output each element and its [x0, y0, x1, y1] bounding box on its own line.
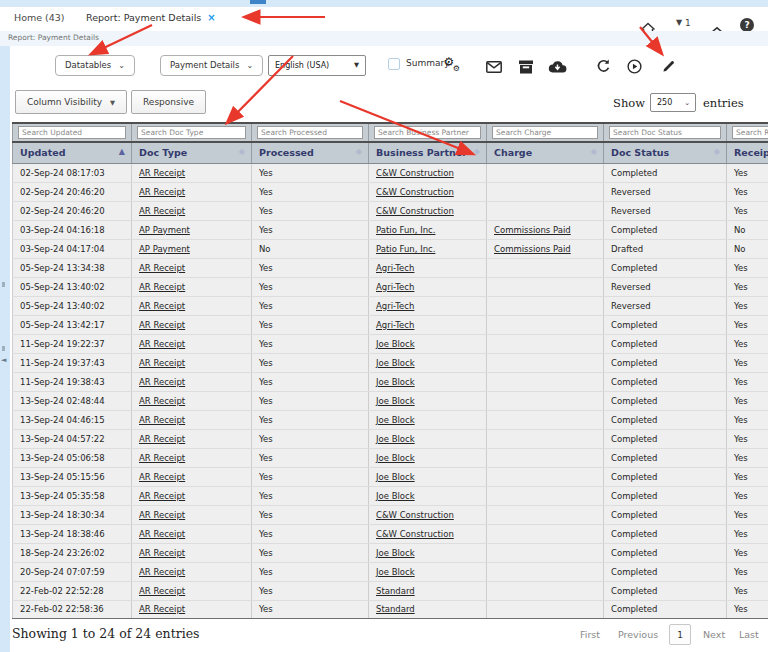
tab-home[interactable]: Home (43) — [14, 7, 65, 29]
cell-doc-type: AP Payment — [132, 239, 252, 258]
responsive-button[interactable]: Responsive — [131, 90, 206, 114]
cell-link-doc-type[interactable]: AR Receipt — [139, 529, 185, 539]
cell-link-business-partner[interactable]: Joe Block — [376, 567, 415, 577]
column-search-input-receipt[interactable] — [732, 126, 768, 139]
cell-link-doc-type[interactable]: AR Receipt — [139, 263, 185, 273]
cell-link-doc-type[interactable]: AR Receipt — [139, 301, 185, 311]
cell-link-business-partner[interactable]: Patio Fun, Inc. — [376, 225, 435, 235]
column-header-receipt[interactable]: Receipt◆ — [727, 142, 768, 163]
cell-receipt: Yes — [727, 182, 768, 201]
cell-link-doc-type[interactable]: AR Receipt — [139, 358, 185, 368]
column-header-updated[interactable]: Updated▲ — [13, 142, 132, 163]
panel-collapse-icon[interactable]: ◄ — [1, 356, 6, 364]
cell-link-doc-type[interactable]: AR Receipt — [139, 206, 185, 216]
run-icon[interactable] — [625, 56, 643, 72]
cell-link-doc-type[interactable]: AP Payment — [139, 225, 190, 235]
cell-link-charge[interactable]: Commissions Paid — [494, 244, 571, 254]
cell-link-doc-type[interactable]: AR Receipt — [139, 187, 185, 197]
pagination-page-1[interactable]: 1 — [669, 624, 691, 645]
cell-link-business-partner[interactable]: Standard — [376, 604, 415, 614]
pagination-first[interactable]: First — [580, 629, 600, 640]
cell-link-business-partner[interactable]: Joe Block — [376, 377, 415, 387]
tab-close-icon[interactable]: × — [207, 12, 215, 23]
column-label: Business Partner — [376, 147, 467, 158]
cell-link-doc-type[interactable]: AR Receipt — [139, 586, 185, 596]
cell-link-business-partner[interactable]: Joe Block — [376, 472, 415, 482]
cell-link-business-partner[interactable]: C&W Construction — [376, 168, 454, 178]
cell-link-doc-type[interactable]: AR Receipt — [139, 168, 185, 178]
page-length-select[interactable]: 250⌄ — [650, 93, 696, 112]
language-select[interactable]: English (USA)▼ — [268, 55, 366, 76]
summary-checkbox[interactable] — [388, 58, 400, 70]
column-search-input-business-partner[interactable] — [374, 126, 481, 139]
cell-link-doc-type[interactable]: AR Receipt — [139, 604, 185, 614]
edit-pencil-icon[interactable] — [659, 56, 677, 72]
column-search-input-updated[interactable] — [18, 126, 126, 139]
cell-link-business-partner[interactable]: Joe Block — [376, 548, 415, 558]
help-icon[interactable]: ? — [740, 18, 754, 32]
cell-business-partner: Joe Block — [369, 543, 487, 562]
pagination-next[interactable]: Next — [703, 629, 725, 640]
cell-link-business-partner[interactable]: Joe Block — [376, 339, 415, 349]
column-visibility-button[interactable]: Column Visibility▼ — [15, 90, 127, 114]
tab-bar: Home (43) Report: Payment Details× ▼ 1 ? — [0, 7, 768, 31]
workspace-indicator[interactable]: ▼ 1 — [676, 18, 691, 28]
cell-link-doc-type[interactable]: AR Receipt — [139, 567, 185, 577]
left-panel-strip[interactable]: ◄ — [0, 46, 10, 652]
column-header-charge[interactable]: Charge◆ — [487, 142, 604, 163]
column-header-processed[interactable]: Processed◆ — [252, 142, 369, 163]
cell-link-business-partner[interactable]: C&W Construction — [376, 187, 454, 197]
report-selector-dropdown[interactable]: Payment Details⌄ — [160, 55, 263, 76]
datatables-dropdown[interactable]: Datatables⌄ — [55, 55, 135, 76]
cell-link-doc-type[interactable]: AR Receipt — [139, 396, 185, 406]
cell-link-doc-type[interactable]: AR Receipt — [139, 548, 185, 558]
settings-gears-icon[interactable]: ⚙⚙ — [439, 55, 459, 71]
archive-icon[interactable] — [517, 56, 535, 72]
cloud-download-icon[interactable] — [548, 56, 566, 72]
cell-link-business-partner[interactable]: Standard — [376, 586, 415, 596]
cell-link-business-partner[interactable]: Joe Block — [376, 491, 415, 501]
cell-link-doc-type[interactable]: AR Receipt — [139, 320, 185, 330]
mail-icon[interactable] — [485, 56, 503, 72]
pagination-previous[interactable]: Previous — [618, 629, 658, 640]
cell-link-business-partner[interactable]: Agri-Tech — [376, 320, 414, 330]
cell-link-business-partner[interactable]: Agri-Tech — [376, 301, 414, 311]
cell-link-doc-type[interactable]: AR Receipt — [139, 339, 185, 349]
cell-link-business-partner[interactable]: Joe Block — [376, 434, 415, 444]
pagination-last[interactable]: Last — [739, 629, 759, 640]
cell-link-business-partner[interactable]: Joe Block — [376, 415, 415, 425]
cell-link-doc-type[interactable]: AR Receipt — [139, 415, 185, 425]
refresh-icon[interactable] — [594, 56, 612, 72]
cell-link-charge[interactable]: Commissions Paid — [494, 225, 571, 235]
cell-link-business-partner[interactable]: Joe Block — [376, 396, 415, 406]
cell-link-doc-type[interactable]: AR Receipt — [139, 510, 185, 520]
cell-link-business-partner[interactable]: Patio Fun, Inc. — [376, 244, 435, 254]
cell-link-doc-type[interactable]: AR Receipt — [139, 282, 185, 292]
cell-link-doc-type[interactable]: AR Receipt — [139, 453, 185, 463]
cell-link-business-partner[interactable]: Joe Block — [376, 453, 415, 463]
cell-link-business-partner[interactable]: C&W Construction — [376, 206, 454, 216]
column-search-input-charge[interactable] — [492, 126, 598, 139]
cell-link-doc-type[interactable]: AR Receipt — [139, 377, 185, 387]
cell-doc-status: Reversed — [604, 296, 727, 315]
cell-link-business-partner[interactable]: C&W Construction — [376, 529, 454, 539]
panel-mark — [2, 346, 5, 351]
cell-link-doc-type[interactable]: AR Receipt — [139, 491, 185, 501]
language-value: English (USA) — [275, 61, 329, 70]
column-header-business-partner[interactable]: Business Partner◆ — [369, 142, 487, 163]
cell-link-business-partner[interactable]: Agri-Tech — [376, 282, 414, 292]
cell-link-business-partner[interactable]: C&W Construction — [376, 510, 454, 520]
column-search-input-doc-type[interactable] — [137, 126, 246, 139]
column-header-doc-status[interactable]: Doc Status◆ — [604, 142, 727, 163]
column-search-input-doc-status[interactable] — [609, 126, 721, 139]
search-cell-updated — [13, 123, 132, 142]
cell-link-business-partner[interactable]: Agri-Tech — [376, 263, 414, 273]
cell-link-doc-type[interactable]: AR Receipt — [139, 472, 185, 482]
cell-charge — [487, 201, 604, 220]
column-header-doc-type[interactable]: Doc Type◆ — [132, 142, 252, 163]
cell-link-business-partner[interactable]: Joe Block — [376, 358, 415, 368]
cell-link-doc-type[interactable]: AP Payment — [139, 244, 190, 254]
column-search-input-processed[interactable] — [257, 126, 363, 139]
tab-report-payment-details[interactable]: Report: Payment Details× — [86, 7, 216, 29]
cell-link-doc-type[interactable]: AR Receipt — [139, 434, 185, 444]
